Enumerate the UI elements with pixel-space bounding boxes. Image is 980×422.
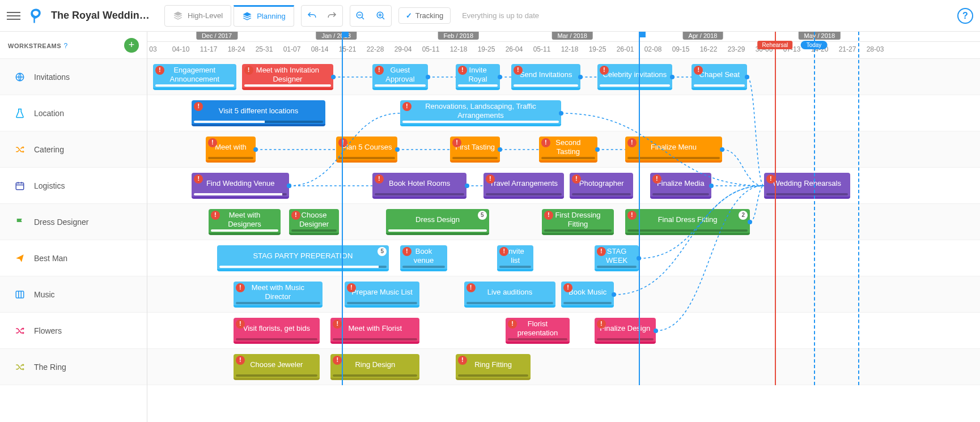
help-button[interactable]: ? xyxy=(957,8,973,24)
zoom-in-button[interactable] xyxy=(372,7,390,25)
task-label: Chapel Seat xyxy=(699,70,740,79)
tab-planning[interactable]: Planning xyxy=(234,5,294,27)
zoom-out-icon xyxy=(355,11,366,21)
task-label: Find Wedding Venue xyxy=(206,179,274,188)
task-card[interactable]: !Send Invitations xyxy=(511,64,581,90)
task-card[interactable]: !Choose Jeweler xyxy=(234,354,320,380)
undo-button[interactable] xyxy=(303,7,321,25)
task-card[interactable]: !First Dressing Fitting xyxy=(542,209,614,235)
task-card[interactable]: !Ring Fitting xyxy=(456,354,531,380)
task-card[interactable]: !Chapel Seat xyxy=(691,64,747,90)
task-card[interactable]: !Engagement Announcement xyxy=(153,64,236,90)
task-card[interactable]: !Meet with Florist xyxy=(330,318,419,344)
task-label: STAG PARTY PREPERATION xyxy=(253,252,353,261)
task-card[interactable]: !Renovations, Landscaping, Traffic Arran… xyxy=(400,100,561,126)
alert-icon: ! xyxy=(236,319,245,329)
progress-bar xyxy=(541,157,595,159)
task-card[interactable]: !Invite Royal xyxy=(456,64,500,90)
connector-dot xyxy=(465,184,469,188)
week-label: 26-04 xyxy=(506,45,523,53)
timeline-vline xyxy=(639,32,640,385)
gantt-row-bestman: 5STAG PARTY PREPERATION!Book venue!Invit… xyxy=(147,240,980,276)
task-card[interactable]: !Celebrity invitations xyxy=(597,64,672,90)
task-card[interactable]: !Wedding Rehearsals xyxy=(764,173,850,199)
sidebar-header: WORKSTREAMS ? + xyxy=(0,32,147,59)
task-card[interactable]: !Meet with xyxy=(206,137,256,163)
gantt-timeline[interactable]: Dec / 2017Jan / 2018Feb / 2018Mar / 2018… xyxy=(147,32,980,422)
progress-bar xyxy=(508,338,567,340)
task-card[interactable]: !Choose Designer xyxy=(289,209,339,235)
task-card[interactable]: !Invite list xyxy=(497,245,533,271)
progress-bar xyxy=(466,302,554,304)
tracking-toggle[interactable]: ✓ Tracking xyxy=(398,7,451,24)
task-card[interactable]: !Meet with Invitation Designer xyxy=(242,64,334,90)
task-card[interactable]: !Plan 5 Courses xyxy=(336,137,397,163)
task-card[interactable]: !Photographer xyxy=(570,173,634,199)
rehearsal-marker[interactable]: Rehearsal xyxy=(758,41,793,49)
sidebar-item-location[interactable]: Location xyxy=(0,95,147,131)
progress-bar xyxy=(597,338,654,340)
task-card[interactable]: !Florist presentation xyxy=(506,318,570,344)
alert-icon: ! xyxy=(375,66,384,75)
week-label: 29-04 xyxy=(394,45,412,53)
task-card[interactable]: !Prepare Music List xyxy=(345,282,419,308)
task-card[interactable]: !Visit 5 different locations xyxy=(192,100,325,126)
task-card[interactable]: !First Tasting xyxy=(450,137,500,163)
redo-icon xyxy=(327,11,337,21)
week-label: 26-01 xyxy=(617,45,634,53)
connector-dot xyxy=(287,184,291,188)
timeline-vline xyxy=(858,32,859,385)
alert-icon: ! xyxy=(486,174,495,184)
task-card[interactable]: !Book Hotel Rooms xyxy=(372,173,467,199)
add-workstream-button[interactable]: + xyxy=(124,38,139,53)
sidebar-item-the-ring[interactable]: The Ring xyxy=(0,349,147,385)
sidebar-item-music[interactable]: Music xyxy=(0,276,147,313)
task-card[interactable]: !Ring Design xyxy=(330,354,419,380)
week-headers: 0304-1011-1718-2425-3101-0708-1415-2122-… xyxy=(147,42,980,59)
progress-bar xyxy=(597,266,637,268)
sidebar-item-catering[interactable]: Catering xyxy=(0,131,147,168)
month-headers: Dec / 2017Jan / 2018Feb / 2018Mar / 2018… xyxy=(147,32,980,42)
task-card[interactable]: !Guest Approval xyxy=(372,64,428,90)
task-card[interactable]: 5Dress Design xyxy=(386,209,489,235)
alert-icon: ! xyxy=(458,356,467,365)
task-card[interactable]: !Finalize Media xyxy=(650,173,711,199)
menu-button[interactable] xyxy=(7,9,20,23)
redo-button[interactable] xyxy=(323,7,341,25)
task-card[interactable]: !Travel Arrangements xyxy=(483,173,564,199)
zoom-out-button[interactable] xyxy=(351,7,370,25)
sidebar-item-flowers[interactable]: Flowers xyxy=(0,313,147,349)
task-card[interactable]: !Find Wedding Venue xyxy=(192,173,289,199)
task-card[interactable]: !2Final Dress Fitting xyxy=(625,209,750,235)
task-card[interactable]: 5STAG PARTY PREPERATION xyxy=(217,245,389,271)
gantt-row-logistics: !Find Wedding Venue!Book Hotel Rooms!Tra… xyxy=(147,168,980,204)
tab-high-level[interactable]: High-Level xyxy=(164,5,231,27)
alert-icon: ! xyxy=(194,102,203,111)
task-card[interactable]: !STAG WEEK xyxy=(595,245,639,271)
today-marker[interactable]: Today xyxy=(801,41,828,49)
task-card[interactable]: !Meet with Music Director xyxy=(234,282,323,308)
sidebar-item-invitations[interactable]: Invitations xyxy=(0,59,147,95)
layers-icon xyxy=(242,11,252,22)
task-card[interactable]: !Finalize Design xyxy=(595,318,656,344)
sidebar-item-logistics[interactable]: Logistics xyxy=(0,168,147,204)
sidebar: WORKSTREAMS ? + InvitationsLocationCater… xyxy=(0,32,147,422)
zoom-in-icon xyxy=(376,11,386,21)
progress-bar xyxy=(694,84,745,87)
task-label: Finalize Menu xyxy=(651,143,697,152)
task-card[interactable]: !Book Music xyxy=(561,282,614,308)
week-label: 25-31 xyxy=(256,45,273,53)
sidebar-item-dress-designer[interactable]: Dress Designer⋮⋮ xyxy=(0,204,147,240)
task-card[interactable]: !Visit florists, get bids xyxy=(234,318,320,344)
help-icon[interactable]: ? xyxy=(64,42,68,50)
task-card[interactable]: !Book venue xyxy=(400,245,447,271)
sidebar-item-best-man[interactable]: Best Man xyxy=(0,240,147,276)
task-card[interactable]: !Meet with Designers xyxy=(209,209,281,235)
progress-bar xyxy=(452,157,498,159)
task-label: Ring Fitting xyxy=(474,360,512,369)
progress-bar xyxy=(458,84,498,87)
task-label: Finalize Design xyxy=(600,324,650,333)
task-card[interactable]: !Second Tasting xyxy=(539,137,597,163)
task-label: Meet with Designers xyxy=(213,211,276,228)
task-card[interactable]: !Live auditions xyxy=(464,282,556,308)
